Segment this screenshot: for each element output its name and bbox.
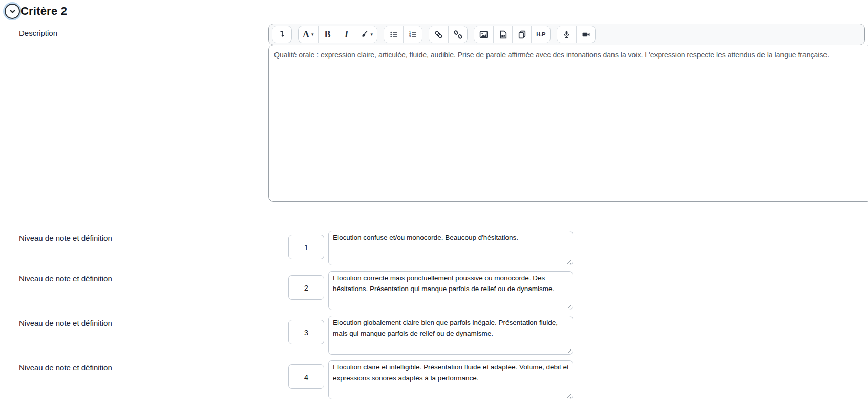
description-row: Description A ▾ B [0,24,868,202]
level-definition-textarea[interactable]: Elocution confuse et/ou monocorde. Beauc… [328,231,573,265]
video-camera-icon [582,30,590,39]
level-row: Niveau de note et définition Elocution c… [0,360,868,399]
paragraph-styles-button[interactable]: A ▾ [299,26,318,43]
level-label: Niveau de note et définition [19,234,112,242]
collapse-toolbar-icon [278,30,286,38]
unlink-button[interactable] [448,26,467,43]
level-label: Niveau de note et définition [19,319,112,327]
image-icon [479,30,488,39]
microphone-icon [562,30,571,39]
level-row: Niveau de note et définition Elocution c… [0,271,868,310]
insert-media-button[interactable] [493,26,512,43]
level-label: Niveau de note et définition [19,274,112,283]
level-definition-textarea[interactable]: Elocution correcte mais ponctuellement p… [328,271,573,310]
caret-down-icon: ▾ [311,32,314,37]
toolbar-group-lists: 123 [384,26,422,43]
media-file-icon [499,30,507,39]
bold-icon: B [325,30,331,39]
level-score-input[interactable] [288,320,324,344]
unordered-list-icon [390,30,398,38]
insert-h5p-button[interactable]: H-P [531,26,550,43]
criterion-title: Critère 2 [20,5,67,18]
link-icon [434,30,443,39]
toolbar-group-links [429,26,468,43]
caret-down-icon: ▾ [371,32,373,37]
criterion-form-page: Critère 2 Description A ▾ [0,0,868,412]
toolbar-group-media: H-P [474,26,551,43]
record-video-button[interactable] [576,26,595,43]
ordered-list-button[interactable]: 123 [403,26,422,43]
level-row: Niveau de note et définition Elocution g… [0,316,868,355]
level-score-input[interactable] [288,364,324,389]
manage-files-button[interactable] [512,26,531,43]
criterion-header: Critère 2 [0,0,868,19]
toolbar-group-collapse [272,26,292,43]
insert-image-button[interactable] [474,26,493,43]
collapse-criterion-button[interactable] [5,4,20,19]
rich-text-editor: A ▾ B I ▾ [268,24,868,202]
collapse-toolbar-button[interactable] [272,26,291,43]
level-definition-textarea[interactable]: Elocution claire et intelligible. Présen… [328,360,573,399]
copy-files-icon [518,30,526,39]
link-button[interactable] [429,26,448,43]
record-audio-button[interactable] [557,26,576,43]
italic-button[interactable]: I [337,26,356,43]
italic-icon: I [345,30,348,39]
unlink-icon [454,30,462,39]
unordered-list-button[interactable] [384,26,403,43]
level-row: Niveau de note et définition Elocution c… [0,231,868,265]
svg-text:3: 3 [409,35,411,38]
toolbar-group-recording [557,26,596,43]
description-label: Description [19,29,57,37]
editor-toolbar: A ▾ B I ▾ [268,24,865,45]
h5p-icon: H-P [536,31,545,37]
chevron-down-icon [8,7,17,16]
level-score-input[interactable] [288,275,324,300]
level-definition-textarea[interactable]: Elocution globalement claire bien que pa… [328,316,573,355]
grade-levels-section: Niveau de note et définition Elocution c… [0,231,868,399]
paragraph-styles-icon: A [303,30,309,39]
paintbrush-icon [361,30,369,38]
bold-button[interactable]: B [318,26,337,43]
level-score-input[interactable] [288,235,324,259]
highlight-brush-button[interactable]: ▾ [356,26,377,43]
ordered-list-icon: 123 [409,30,417,38]
toolbar-group-format: A ▾ B I ▾ [298,26,377,43]
level-label: Niveau de note et définition [19,363,112,372]
description-editor-content[interactable]: Qualité orale : expression claire, artic… [268,45,868,202]
